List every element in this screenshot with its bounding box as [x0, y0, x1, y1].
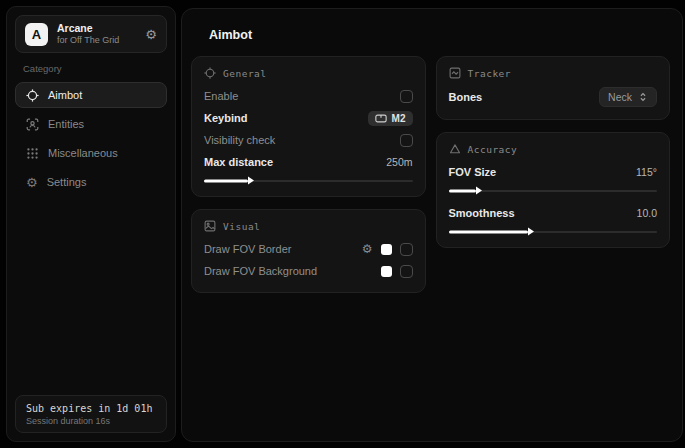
- fov-size-label: FOV Size: [449, 166, 497, 178]
- smoothness-slider[interactable]: [449, 226, 658, 237]
- page-title: Aimbot: [209, 28, 682, 42]
- keybind-label: Keybind: [204, 112, 247, 124]
- fov-border-color-swatch[interactable]: [381, 244, 392, 255]
- max-distance-value: 250m: [386, 156, 412, 168]
- category-label: Category: [23, 63, 175, 74]
- sidebar-nav: Aimbot Entities Miscellaneous ⚙ Settings: [7, 82, 175, 195]
- sub-expires-text: Sub expires in 1d 01h: [26, 403, 156, 414]
- sidebar-item-settings[interactable]: ⚙ Settings: [15, 169, 167, 195]
- main-panel: Aimbot General Enable Keybind: [181, 8, 683, 442]
- app-header: A Arcane for Off The Grid ⚙: [15, 15, 167, 53]
- sidebar-item-aimbot[interactable]: Aimbot: [15, 82, 167, 108]
- card-accuracy: Accuracy FOV Size 115° Smoothness 10.0: [436, 132, 671, 248]
- keybind-value: M2: [392, 113, 406, 124]
- max-distance-row: Max distance 250m: [204, 151, 413, 173]
- fov-size-slider[interactable]: [449, 185, 658, 196]
- bones-row: Bones Neck: [449, 85, 658, 109]
- card-title: Accuracy: [468, 144, 518, 155]
- sidebar-item-label: Aimbot: [48, 89, 82, 101]
- subscription-status: Sub expires in 1d 01h Session duration 1…: [15, 395, 167, 433]
- enable-checkbox[interactable]: [400, 90, 413, 103]
- app-subtitle: for Off The Grid: [57, 35, 136, 46]
- sidebar: A Arcane for Off The Grid ⚙ Category Aim…: [6, 6, 176, 442]
- gear-icon[interactable]: ⚙: [145, 28, 157, 41]
- sidebar-item-label: Miscellaneous: [48, 147, 118, 159]
- fov-size-row: FOV Size 115°: [449, 161, 658, 183]
- entities-icon: [26, 118, 39, 131]
- visibility-check-row: Visibility check: [204, 129, 413, 151]
- max-distance-label: Max distance: [204, 156, 273, 168]
- image-icon: [204, 220, 216, 232]
- bones-value: Neck: [608, 91, 632, 103]
- card-title: Visual: [223, 221, 260, 232]
- bones-select[interactable]: Neck: [599, 87, 657, 107]
- sidebar-item-miscellaneous[interactable]: Miscellaneous: [15, 140, 167, 166]
- card-visual: Visual Draw FOV Border ⚙ Draw FOV Backgr…: [191, 209, 426, 293]
- tracker-icon: [449, 67, 461, 79]
- sidebar-item-label: Settings: [47, 176, 87, 188]
- smoothness-label: Smoothness: [449, 207, 515, 219]
- keybind-button[interactable]: M2: [368, 111, 413, 126]
- smoothness-row: Smoothness 10.0: [449, 202, 658, 224]
- triangle-icon: [449, 143, 461, 155]
- fov-background-color-swatch[interactable]: [381, 266, 392, 277]
- fov-background-row: Draw FOV Background: [204, 260, 413, 282]
- fov-background-label: Draw FOV Background: [204, 265, 317, 277]
- visibility-check-label: Visibility check: [204, 134, 275, 146]
- slider-thumb[interactable]: [449, 230, 528, 233]
- fov-border-label: Draw FOV Border: [204, 243, 291, 255]
- sidebar-item-entities[interactable]: Entities: [15, 111, 167, 137]
- slider-thumb[interactable]: [204, 179, 248, 182]
- smoothness-value: 10.0: [637, 207, 657, 219]
- session-duration-text: Session duration 16s: [26, 416, 156, 426]
- bones-label: Bones: [449, 91, 483, 103]
- sidebar-item-label: Entities: [48, 118, 84, 130]
- crosshair-icon: [26, 89, 39, 102]
- app-logo: A: [25, 23, 48, 46]
- fov-background-checkbox[interactable]: [400, 265, 413, 278]
- keybind-row: Keybind M2: [204, 107, 413, 129]
- unfold-icon: [638, 92, 648, 102]
- crosshair-icon: [204, 67, 216, 79]
- card-title: Tracker: [468, 68, 512, 79]
- grid-icon: [26, 147, 39, 160]
- slider-thumb[interactable]: [449, 189, 476, 192]
- gear-icon[interactable]: ⚙: [362, 243, 373, 255]
- visibility-check-checkbox[interactable]: [400, 134, 413, 147]
- max-distance-slider[interactable]: [204, 175, 413, 186]
- fov-size-value: 115°: [636, 166, 657, 178]
- fov-border-row: Draw FOV Border ⚙: [204, 238, 413, 260]
- enable-row: Enable: [204, 85, 413, 107]
- gear-icon: ⚙: [26, 176, 38, 189]
- fov-border-checkbox[interactable]: [400, 243, 413, 256]
- card-general: General Enable Keybind M2 V: [191, 56, 426, 197]
- mouse-icon: [375, 114, 387, 123]
- app-name: Arcane: [57, 22, 136, 35]
- card-title: General: [223, 68, 267, 79]
- enable-label: Enable: [204, 90, 238, 102]
- card-tracker: Tracker Bones Neck: [436, 56, 671, 120]
